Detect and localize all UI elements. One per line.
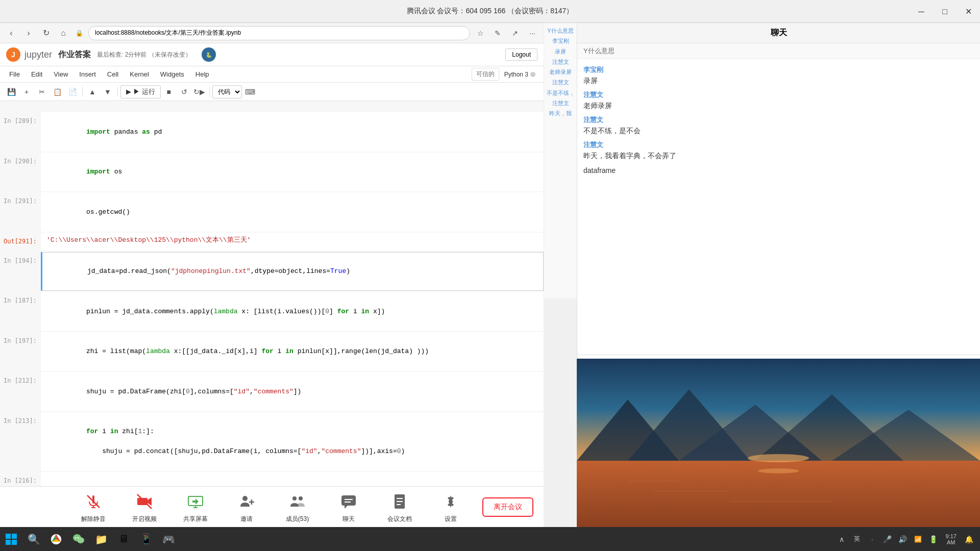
app5-taskbar-icon[interactable]: 📱	[135, 527, 157, 551]
keyboard-button[interactable]: ⌨	[243, 85, 257, 99]
notebook-title[interactable]: 作业答案	[58, 49, 91, 60]
chat-context-label: Y什么意思	[577, 43, 980, 59]
cut-cell-button[interactable]: ✂	[35, 85, 49, 99]
leave-meeting-button[interactable]: 离开会议	[482, 497, 533, 517]
cell-213-content[interactable]: for i in zhi[1:]: shuju = pd.concat([shu…	[41, 412, 544, 471]
add-cell-button[interactable]: +	[19, 85, 34, 99]
chat-text-zhuiwen1: 老师录屏	[583, 101, 974, 111]
sidebar-yesterday-item[interactable]: 昨天，我	[549, 110, 572, 117]
logout-button[interactable]: Logout	[505, 48, 537, 61]
profile-button[interactable]: ✎	[491, 26, 505, 40]
cell-type-selector[interactable]: 代码	[212, 85, 242, 98]
invite-button[interactable]: 邀请	[229, 490, 264, 523]
menu-view[interactable]: View	[48, 68, 73, 80]
stop-button[interactable]: ■	[162, 85, 176, 99]
cell-194-content[interactable]: jd_data=pd.read_json("jdphonepinglun.txt…	[41, 252, 544, 291]
share-button[interactable]: ↗	[508, 26, 522, 40]
cell-212-content[interactable]: shuju = pd.DataFrame(zhi[0],columns=["id…	[41, 372, 544, 411]
sidebar-y-item[interactable]: Y什么意思	[547, 27, 573, 34]
cell-291-input[interactable]: os.getcwd()	[41, 193, 543, 231]
cell-290-content[interactable]: import os	[41, 153, 544, 192]
back-button[interactable]: ‹	[4, 26, 18, 40]
sidebar-zhuiwen2-item[interactable]: 注慧文	[552, 79, 569, 86]
menu-widgets[interactable]: Widgets	[155, 68, 189, 80]
chat-icon	[337, 490, 360, 513]
network-tray-icon[interactable]: 📶	[911, 527, 925, 551]
members-icon	[286, 490, 309, 513]
cell-187-content[interactable]: pinlun = jd_data.comments.apply(lambda x…	[41, 292, 544, 331]
menu-kernel[interactable]: Kernel	[125, 68, 154, 80]
volume-tray-icon[interactable]: 🔊	[896, 527, 910, 551]
sidebar-teacher-item[interactable]: 老师录屏	[549, 68, 572, 76]
invite-label: 邀请	[240, 515, 253, 523]
notifications-icon[interactable]: 🔔	[962, 527, 976, 551]
cell-291-content[interactable]: os.getcwd()	[41, 192, 544, 232]
notebook-area[interactable]: In [289]: import pandas as pd In [290]: …	[0, 101, 544, 551]
video-button[interactable]: 开启视频	[127, 490, 162, 523]
chat-name-zhuiwen1: 注慧文	[583, 90, 974, 99]
sidebar-luping-item[interactable]: 录屏	[555, 48, 566, 55]
start-button[interactable]	[0, 527, 22, 551]
ime-dot-icon[interactable]: ·	[865, 527, 879, 551]
members-button[interactable]: 成员(53)	[280, 490, 315, 523]
forward-button[interactable]: ›	[21, 26, 36, 40]
menu-insert[interactable]: Insert	[74, 68, 101, 80]
ime-icon[interactable]: 英	[850, 527, 864, 551]
cell-213: In [213]: for i in zhi[1:]: shuju = pd.c…	[0, 412, 544, 471]
move-down-button[interactable]: ▼	[101, 85, 115, 99]
cell-291-out-content: 'C:\\Users\\acer\\Desktop\\125\\python\\…	[41, 233, 544, 251]
menu-help[interactable]: Help	[190, 68, 214, 80]
bookmark-button[interactable]: ☆	[473, 26, 487, 40]
chrome-taskbar-icon[interactable]	[45, 527, 67, 551]
restart-run-button[interactable]: ↻▶	[192, 85, 207, 99]
mic-tray-icon[interactable]: 🎤	[880, 527, 895, 551]
docs-button[interactable]: 会议文档	[382, 490, 418, 523]
close-button[interactable]: ✕	[957, 0, 980, 23]
wechat-icon	[72, 533, 85, 545]
svg-point-45	[75, 537, 77, 538]
move-up-button[interactable]: ▲	[85, 85, 100, 99]
battery-tray-icon[interactable]: 🔋	[926, 527, 941, 551]
sidebar-notpractice-item[interactable]: 不是不练，	[547, 89, 575, 96]
cell-289-input[interactable]: import pandas as pd	[41, 113, 543, 151]
home-button[interactable]: ⌂	[56, 26, 70, 40]
files-taskbar-icon[interactable]: 📁	[90, 527, 112, 551]
wechat-taskbar-icon[interactable]	[67, 527, 90, 551]
copy-cell-button[interactable]: 📋	[50, 85, 64, 99]
maximize-button[interactable]: □	[933, 0, 957, 23]
address-bar[interactable]	[88, 26, 470, 40]
cell-290-input[interactable]: import os	[41, 153, 543, 191]
settings-button[interactable]: 设置	[433, 490, 469, 523]
chat-text-zhuiwen2: 不是不练，是不会	[583, 126, 974, 136]
menu-edit[interactable]: Edit	[26, 68, 47, 80]
cell-194-input[interactable]: jd_data=pd.read_json("jdphonepinglun.txt…	[42, 253, 543, 291]
cell-197-content[interactable]: zhi = list(map(lambda x:[[jd_data._id[x]…	[41, 332, 544, 371]
cell-187-input[interactable]: pinlun = jd_data.comments.apply(lambda x…	[41, 292, 543, 331]
mute-button[interactable]: 解除静音	[76, 490, 111, 523]
refresh-button[interactable]: ↻	[39, 26, 53, 40]
menu-cell[interactable]: Cell	[102, 68, 124, 80]
chat-button[interactable]: 聊天	[331, 490, 366, 523]
menu-file[interactable]: File	[4, 68, 25, 80]
show-hidden-icons[interactable]: ∧	[835, 527, 849, 551]
cell-289: In [289]: import pandas as pd	[0, 112, 544, 152]
cell-197-input[interactable]: zhi = list(map(lambda x:[[jd_data._id[x]…	[41, 333, 543, 371]
search-taskbar-icon[interactable]: 🔍	[22, 527, 45, 551]
minimize-button[interactable]: ─	[910, 0, 933, 23]
system-clock[interactable]: 9:17 AM	[942, 527, 961, 551]
sidebar-libaogang-item[interactable]: 李宝刚	[552, 37, 569, 44]
share-screen-button[interactable]: 共享屏幕	[178, 490, 213, 523]
app6-taskbar-icon[interactable]: 🎮	[157, 527, 180, 551]
sidebar-zhuiwen1-item[interactable]: 注慧文	[552, 58, 569, 65]
sidebar-zhuiwen3-item[interactable]: 注慧文	[552, 99, 569, 107]
cell-213-input[interactable]: for i in zhi[1:]: shuju = pd.concat([shu…	[41, 413, 543, 471]
cell-289-content[interactable]: import pandas as pd	[41, 112, 544, 152]
terminal-taskbar-icon[interactable]: 🖥	[112, 527, 135, 551]
paste-cell-button[interactable]: 📄	[65, 85, 80, 99]
cell-212-input[interactable]: shuju = pd.DataFrame(zhi[0],columns=["id…	[41, 372, 543, 411]
run-button[interactable]: ▶ ▶ 运行	[120, 85, 161, 98]
restart-button[interactable]: ↺	[177, 85, 191, 99]
more-button[interactable]: ···	[525, 26, 540, 40]
screen-share-icon	[187, 493, 204, 510]
save-tool-button[interactable]: 💾	[4, 85, 18, 99]
